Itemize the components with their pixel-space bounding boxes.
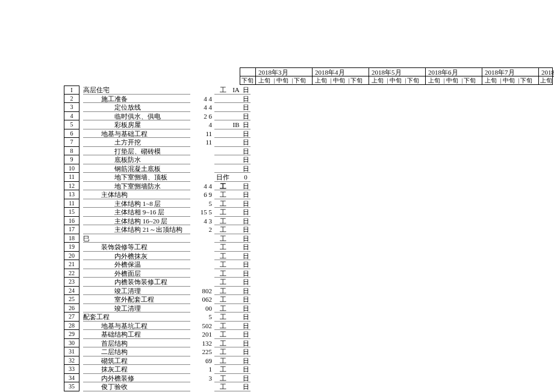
task-value: 201 (190, 330, 214, 339)
row-id: 21 (64, 260, 79, 269)
table-row: 20内外檐抹灰工日 (64, 252, 251, 261)
task-unit-a: 工 (214, 217, 231, 226)
task-name: 定位放线 (83, 103, 190, 112)
task-name: 主体结构 (83, 190, 190, 199)
task-value: 11 (190, 138, 214, 147)
task-name: 地下室恻墙、顶板 (83, 173, 190, 182)
task-code (231, 225, 241, 234)
task-unit-a: 工 (214, 382, 231, 391)
gantt-month-cell: 2018年3月 (256, 68, 313, 76)
task-name: 地基与基坑工程 (83, 322, 190, 331)
task-unit-a: 工 (214, 269, 231, 278)
table-row: 19装饰袋修等工程工日 (64, 243, 251, 252)
table-row: 33抹灰工程1工日 (64, 365, 251, 374)
gantt-sub-cell: 上旬中旬下旬 (482, 76, 539, 84)
task-value: 502 (190, 322, 214, 331)
task-value: 132 (190, 339, 214, 348)
row-id: I (64, 86, 79, 95)
row-id: 4 (64, 112, 79, 121)
task-code (231, 278, 241, 287)
task-unit-a: 工 (214, 339, 231, 348)
task-value (190, 86, 214, 95)
row-id: 34 (64, 374, 79, 383)
row-id: 25 (64, 295, 79, 304)
table-row: 31二层结构225工日 (64, 347, 251, 356)
task-code (231, 217, 241, 226)
task-code: IB (231, 120, 241, 129)
table-row: 13主体结构6 9工日 (64, 190, 251, 199)
row-id: 30 (64, 339, 79, 348)
task-code (231, 112, 241, 121)
task-code (231, 269, 241, 278)
task-unit-a (214, 155, 231, 164)
task-unit-day: 日 (241, 208, 251, 217)
task-value (190, 164, 214, 173)
row-id: 13 (64, 190, 79, 199)
row-id: 28 (64, 322, 79, 331)
task-code (231, 252, 241, 261)
task-name: 钢筋混凝土底板 (83, 164, 190, 173)
task-value: 2 6 (190, 112, 214, 121)
task-name: 临时供水、供电 (83, 112, 190, 121)
task-unit-a (214, 138, 231, 147)
gantt-month-cell: 2018 (539, 68, 554, 76)
task-value: 5 (190, 313, 214, 322)
row-id: 9 (64, 155, 79, 164)
task-name: 高层住宅 (83, 86, 190, 95)
task-unit-day: 日 (241, 112, 251, 121)
task-code (231, 365, 241, 374)
table-row: 18巳工日 (64, 234, 251, 243)
task-code (231, 313, 241, 322)
task-unit-a: 工 (214, 225, 231, 234)
table-row: 3定位放线4 4日 (64, 103, 251, 112)
task-code (231, 347, 241, 356)
task-unit-a: 工 (214, 313, 231, 322)
task-code (231, 295, 241, 304)
row-id: 32 (64, 356, 79, 366)
task-code (231, 95, 241, 104)
task-code (231, 356, 241, 366)
gantt-header: 2018年3月 2018年4月 2018年5月 2018年6月 2018年7月 … (240, 67, 553, 85)
task-code (231, 260, 241, 269)
task-name: 打垫层、砌砖模 (83, 147, 190, 156)
task-unit-a (214, 95, 231, 104)
task-name: 土方开挖 (83, 138, 190, 147)
gantt-month-cell: 2018年6月 (426, 68, 482, 76)
task-name: 地基与基础工程 (83, 129, 190, 138)
task-unit-day: 日 (241, 182, 251, 191)
task-name: 配套工程 (83, 313, 190, 322)
gantt-sub-cell: 上旬中旬下旬 (256, 76, 313, 84)
task-unit-a: 工 (214, 86, 231, 95)
task-unit-day: 日 (241, 155, 251, 164)
task-value: 4 4 (190, 95, 214, 104)
task-unit-day: 日 (241, 103, 251, 112)
table-row: 30首层结构132工日 (64, 339, 251, 348)
row-id: 7 (64, 138, 79, 147)
task-value: 802 (190, 287, 214, 296)
task-name: 主体结构 21～出顶结构 (83, 225, 190, 234)
task-unit-a (214, 147, 231, 156)
gantt-sub-cell: 上旬中旬下旬 (369, 76, 426, 84)
task-code (231, 129, 241, 138)
task-code (231, 304, 241, 313)
table-row: 16主体结构 16~20 层4 3工日 (64, 217, 251, 226)
table-row: 4临时供水、供电2 6日 (64, 112, 251, 121)
task-unit-a: 工 (214, 322, 231, 331)
row-id: 18 (64, 234, 79, 243)
task-unit-a: 工 (214, 356, 231, 366)
task-unit-day: 日 (241, 304, 251, 313)
row-id: 3 (64, 103, 79, 112)
task-value (190, 269, 214, 278)
task-value: 5 (190, 199, 214, 208)
table-row: 28地基与基坑工程502工日 (64, 322, 251, 331)
task-name: 彩板房屋 (83, 120, 190, 129)
task-unit-day: 0 (241, 173, 251, 182)
task-unit-day: 日 (241, 225, 251, 234)
task-code (231, 173, 241, 182)
task-value: 062 (190, 295, 214, 304)
task-code: IA (231, 86, 241, 95)
task-unit-a: 工 (214, 182, 231, 191)
gantt-sub-cell: 上旬中旬下旬 (426, 76, 482, 84)
task-unit-day: 日 (241, 278, 251, 287)
task-code (231, 330, 241, 339)
